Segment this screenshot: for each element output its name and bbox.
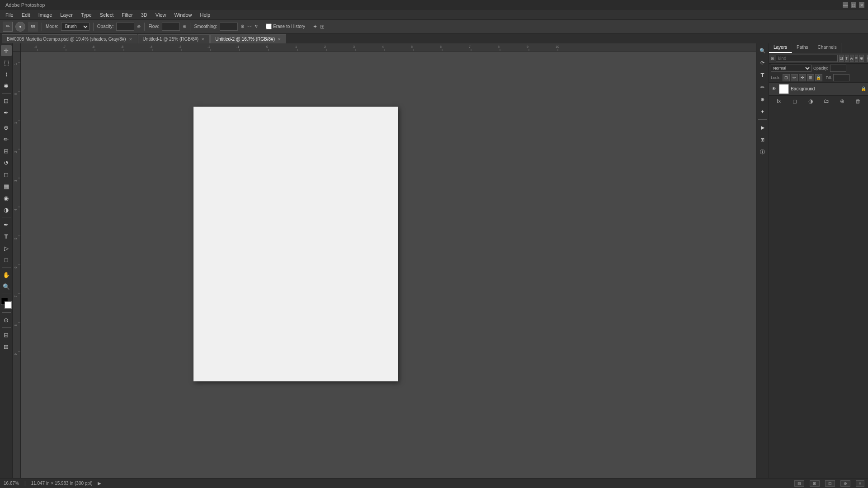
status-extra-btn-4[interactable]: ⊕	[840, 480, 850, 487]
color-swatches[interactable]	[1, 298, 12, 309]
quick-select-tool[interactable]: ✱	[1, 80, 12, 91]
lasso-tool[interactable]: ⌇	[1, 69, 12, 80]
layers-search-input[interactable]	[776, 55, 838, 62]
blur-tool[interactable]: ◉	[1, 192, 12, 203]
tab-bw0008[interactable]: BW0008 Marietta Ocampo.psd @ 19.4% (shad…	[2, 34, 137, 43]
maximize-button[interactable]: □	[851, 2, 856, 8]
status-arrow[interactable]: ▶	[98, 481, 101, 486]
type-tool[interactable]: T	[1, 231, 12, 242]
info-right-icon[interactable]: ⓘ	[757, 146, 768, 157]
path-select-tool[interactable]: ▷	[1, 243, 12, 253]
brush-tool[interactable]: ✏	[1, 134, 12, 145]
table-right-icon[interactable]: ⊞	[757, 134, 768, 145]
background-color[interactable]	[5, 301, 12, 309]
new-group-btn[interactable]: 🗂	[822, 97, 830, 105]
fill-input[interactable]: 100%	[833, 74, 849, 81]
lock-all-btn[interactable]: 🔒	[815, 74, 822, 81]
menu-layer[interactable]: Layer	[57, 11, 76, 19]
lock-label: Lock:	[771, 75, 781, 80]
zoom-tool[interactable]: 🔍	[1, 281, 12, 292]
tab-untitled2[interactable]: Untitled-2 @ 16.7% (RGB/8#) ✕	[210, 34, 286, 43]
brush-size-input[interactable]: 55	[28, 22, 38, 32]
type-right-icon[interactable]: T	[757, 70, 768, 80]
lock-position-btn[interactable]: ✛	[799, 74, 806, 81]
canvas-area[interactable]: -8 -7 -6 -5 -4 -3 -2 -1 0 1 2 3 4 5 6 7	[13, 43, 756, 478]
layers-filter-btn-1[interactable]: ⊡	[839, 55, 844, 62]
canvas-document[interactable]	[193, 107, 398, 381]
delete-layer-btn[interactable]: 🗑	[854, 97, 862, 105]
smoothing-input[interactable]: 0%	[220, 23, 238, 31]
add-mask-btn[interactable]: ◻	[791, 97, 799, 105]
flow-input[interactable]: 100%	[162, 23, 180, 31]
status-extra-btn-3[interactable]: ⊡	[825, 480, 835, 487]
new-adjustment-layer-btn[interactable]: ◑	[807, 97, 815, 105]
menu-edit[interactable]: Edit	[18, 11, 34, 19]
layers-filter-btn-3[interactable]: A	[850, 55, 854, 62]
close-button[interactable]: ✕	[859, 2, 864, 8]
layers-filter-btn-5[interactable]: ⊕	[859, 55, 864, 62]
tab-channels[interactable]: Channels	[813, 43, 842, 53]
clone-stamp-tool[interactable]: ⊞	[1, 145, 12, 156]
lock-transparent-btn[interactable]: ⊡	[783, 74, 790, 81]
hand-tool[interactable]: ✋	[1, 269, 12, 280]
brush-size-picker[interactable]: ●	[15, 22, 25, 32]
healing-tool[interactable]: ⊕	[1, 122, 12, 133]
marquee-tool[interactable]: ⬚	[1, 57, 12, 68]
tab-paths[interactable]: Paths	[792, 43, 813, 53]
eraser-tool[interactable]: ◻	[1, 169, 12, 180]
menu-view[interactable]: View	[152, 11, 170, 19]
brush-preset-picker[interactable]: ✏	[3, 22, 13, 32]
menu-select[interactable]: Select	[96, 11, 118, 19]
menu-3d[interactable]: 3D	[137, 11, 151, 19]
menu-image[interactable]: Image	[35, 11, 56, 19]
tab-close-untitled2[interactable]: ✕	[278, 37, 281, 42]
status-extra-btn-2[interactable]: ⊞	[810, 480, 820, 487]
lock-artboard-btn[interactable]: ⊞	[807, 74, 814, 81]
opacity-input[interactable]: 100%	[830, 65, 846, 72]
layers-filter-btn-2[interactable]: T	[845, 55, 849, 62]
minimize-button[interactable]: —	[843, 2, 848, 8]
shape-tool[interactable]: □	[1, 254, 12, 265]
history-brush-tool[interactable]: ↺	[1, 157, 12, 168]
menu-file[interactable]: File	[2, 11, 17, 19]
clone-right-icon[interactable]: ⊕	[757, 94, 768, 105]
brush-right-icon[interactable]: ✏	[757, 82, 768, 93]
blend-mode-select[interactable]: Normal Multiply Screen Overlay	[771, 65, 811, 72]
add-layer-style-btn[interactable]: fx	[775, 97, 783, 105]
separator-1	[42, 23, 42, 31]
quick-mask-toggle[interactable]: ⊙	[1, 314, 12, 325]
menu-type[interactable]: Type	[77, 11, 95, 19]
tab-untitled1[interactable]: Untitled-1 @ 25% (RGB/8#) ✕	[138, 34, 210, 43]
search-right-icon[interactable]: 🔍	[757, 45, 768, 56]
gradient-tool[interactable]: ▦	[1, 181, 12, 192]
tab-close-untitled1[interactable]: ✕	[201, 37, 205, 42]
tool-sep-7	[2, 327, 11, 328]
menu-filter[interactable]: Filter	[118, 11, 136, 19]
move-tool[interactable]: ✛	[1, 45, 12, 56]
crop-tool[interactable]: ⊡	[1, 95, 12, 106]
tab-layers[interactable]: Layers	[769, 43, 792, 53]
new-layer-btn[interactable]: ⊕	[838, 97, 846, 105]
lock-image-btn[interactable]: ✏	[791, 74, 798, 81]
layer-thumbnail	[779, 84, 789, 94]
pen-tool[interactable]: ✒	[1, 219, 12, 230]
extra-tools-btn[interactable]: ⊞	[1, 341, 12, 352]
eyedropper-tool[interactable]: ✒	[1, 107, 12, 118]
puppet-right-icon[interactable]: ✦	[757, 106, 768, 117]
timeline-right-icon[interactable]: ▶	[757, 122, 768, 133]
menu-help[interactable]: Help	[197, 11, 214, 19]
screen-mode-btn[interactable]: ⊟	[1, 329, 12, 340]
menu-window[interactable]: Window	[170, 11, 195, 19]
status-extra-btn-1[interactable]: ⊟	[794, 480, 804, 487]
mode-select[interactable]: Brush Pencil Normal	[61, 23, 90, 31]
tab-close-bw0008[interactable]: ✕	[129, 37, 132, 42]
rotate-view-icon[interactable]: ⟳	[757, 57, 768, 68]
layer-item-background[interactable]: 👁 Background 🔒	[769, 83, 868, 95]
dodge-tool[interactable]: ◑	[1, 204, 12, 215]
main-layout: ✛ ⬚ ⌇ ✱ ⊡ ✒ ⊕ ✏ ⊞ ↺ ◻ ▦ ◉ ◑ ✒ T ▷ □ ✋ 🔍 …	[0, 43, 868, 478]
layer-visibility-toggle[interactable]: 👁	[771, 86, 777, 92]
erase-to-history-checkbox[interactable]: Erase to History	[266, 23, 305, 29]
opacity-input[interactable]: 29%	[116, 23, 134, 31]
layers-filter-btn-4[interactable]: ≡	[855, 55, 858, 62]
status-extra-btn-5[interactable]: ≡	[856, 480, 864, 487]
